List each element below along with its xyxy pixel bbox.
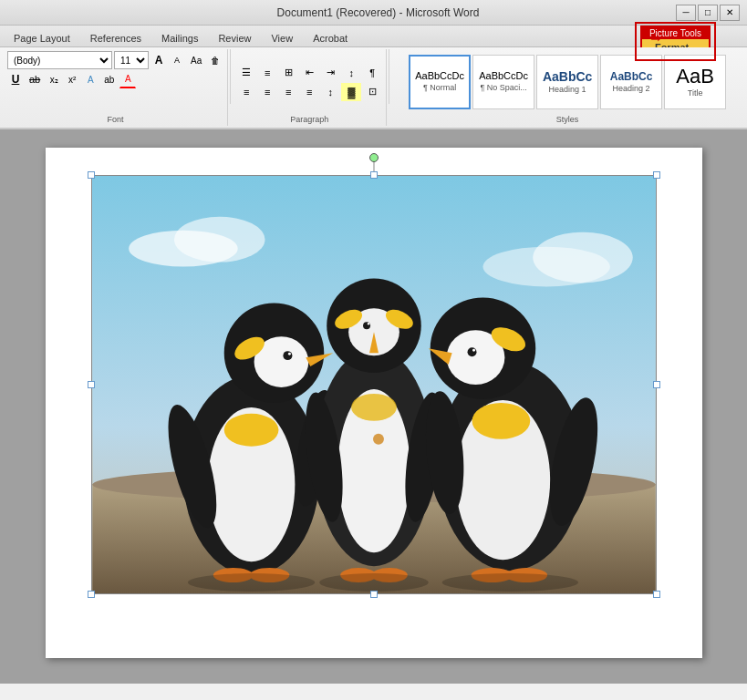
svg-point-15: [287, 353, 290, 355]
font-name-select[interactable]: (Body): [7, 51, 112, 69]
style-heading1[interactable]: AaBbCc Heading 1: [536, 55, 598, 109]
svg-point-4: [533, 232, 633, 283]
show-marks-btn[interactable]: ¶: [362, 64, 382, 82]
maximize-button[interactable]: □: [698, 5, 718, 21]
handle-bottom-right[interactable]: [653, 591, 660, 598]
tab-view[interactable]: View: [261, 28, 303, 46]
multilevel-btn[interactable]: ⊞: [278, 64, 298, 82]
rotate-handle[interactable]: [369, 153, 379, 162]
svg-point-9: [223, 414, 278, 447]
style-normal[interactable]: AaBbCcDc ¶ Normal: [409, 55, 471, 109]
font-group-label: Font: [4, 115, 227, 124]
tab-mailings[interactable]: Mailings: [151, 28, 208, 46]
align-left-btn[interactable]: ≡: [236, 83, 256, 101]
document-area: [0, 129, 747, 684]
increase-indent-btn[interactable]: ⇥: [320, 64, 340, 82]
sort-btn[interactable]: ↕: [341, 64, 361, 82]
title-bar: Document1 (Recovered) - Microsoft Word ─…: [0, 0, 747, 26]
svg-point-28: [373, 434, 384, 445]
style-title[interactable]: AaB Title: [664, 55, 726, 109]
borders-btn[interactable]: ⊡: [362, 83, 382, 101]
strikethrough-btn[interactable]: ab: [26, 70, 44, 88]
ribbon-toolbar: (Body) 11 A A Aa 🗑 U ab x₂ x² A ab A Fon…: [0, 47, 747, 129]
handle-top-left[interactable]: [88, 171, 95, 179]
font-style-row: U ab x₂ x² A ab A: [7, 70, 223, 88]
align-center-btn[interactable]: ≡: [257, 83, 277, 101]
ribbon-tabs-row: Page Layout References Mailings Review V…: [0, 26, 747, 47]
paragraph-group-label: Paragraph: [233, 115, 386, 124]
styles-group: AaBbCcDc ¶ Normal AaBbCcDc ¶ No Spaci...…: [391, 49, 743, 126]
svg-point-14: [283, 351, 292, 360]
handle-top-right[interactable]: [653, 171, 660, 179]
subscript-btn[interactable]: x₂: [46, 70, 62, 88]
numbering-btn[interactable]: ≡: [257, 64, 277, 82]
increase-font-btn[interactable]: A: [150, 51, 167, 69]
arrow-indicator: →: [648, 31, 663, 47]
align-right-btn[interactable]: ≡: [278, 83, 298, 101]
change-case-btn[interactable]: Aa: [187, 51, 205, 69]
font-size-select[interactable]: 11: [114, 51, 149, 69]
handle-bottom-left[interactable]: [88, 591, 95, 598]
highlight-btn[interactable]: ab: [100, 70, 118, 88]
font-group-inner: (Body) 11 A A Aa 🗑 U ab x₂ x² A ab A: [7, 51, 223, 99]
shading-btn[interactable]: ▓: [341, 83, 361, 101]
underline-btn[interactable]: U: [7, 70, 24, 88]
style-heading2-preview: AaBbCc: [610, 71, 653, 82]
handle-top-center[interactable]: [370, 171, 378, 179]
style-normal-label: ¶ Normal: [423, 83, 456, 93]
text-effects-btn[interactable]: A: [82, 70, 99, 88]
svg-point-49: [319, 573, 428, 592]
style-title-label: Title: [688, 88, 703, 98]
svg-point-2: [173, 217, 265, 262]
styles-group-label: Styles: [391, 115, 743, 124]
line-spacing-btn[interactable]: ↕: [320, 83, 340, 101]
clear-formatting-btn[interactable]: 🗑: [207, 51, 223, 69]
style-no-spacing-preview: AaBbCcDc: [479, 71, 528, 81]
tab-page-layout[interactable]: Page Layout: [4, 28, 80, 46]
svg-point-50: [441, 573, 577, 592]
penguin-svg: [92, 176, 656, 593]
handle-middle-right[interactable]: [653, 381, 660, 388]
styles-content: AaBbCcDc ¶ Normal AaBbCcDc ¶ No Spaci...…: [409, 51, 726, 122]
svg-point-48: [187, 573, 314, 592]
tab-acrobat[interactable]: Acrobat: [303, 28, 358, 46]
close-button[interactable]: ✕: [720, 5, 740, 21]
title-bar-controls[interactable]: ─ □ ✕: [676, 5, 740, 21]
paragraph-group: ☰ ≡ ⊞ ⇤ ⇥ ↕ ¶ ≡ ≡ ≡ ≡ ↕ ▓ ⊡: [233, 49, 387, 126]
handle-bottom-center[interactable]: [370, 591, 378, 598]
font-group: (Body) 11 A A Aa 🗑 U ab x₂ x² A ab A Fon…: [4, 49, 228, 126]
font-name-row: (Body) 11 A A Aa 🗑: [7, 51, 223, 69]
style-no-spacing[interactable]: AaBbCcDc ¶ No Spaci...: [472, 55, 534, 109]
image-container[interactable]: [91, 175, 657, 594]
svg-point-37: [472, 403, 530, 439]
superscript-btn[interactable]: x²: [64, 70, 80, 88]
justify-btn[interactable]: ≡: [299, 83, 319, 101]
style-heading1-preview: AaBbCc: [543, 70, 592, 83]
font-color-btn[interactable]: A: [119, 70, 136, 88]
handle-middle-left[interactable]: [88, 381, 95, 388]
style-heading2[interactable]: AaBbCc Heading 2: [600, 55, 662, 109]
title-bar-text: Document1 (Recovered) - Microsoft Word: [80, 6, 676, 19]
style-heading2-label: Heading 2: [613, 84, 650, 94]
svg-point-22: [351, 394, 397, 421]
style-normal-preview: AaBbCcDc: [415, 71, 464, 81]
minimize-button[interactable]: ─: [676, 5, 696, 21]
paragraph-group-content: ☰ ≡ ⊞ ⇤ ⇥ ↕ ¶ ≡ ≡ ≡ ≡ ↕ ▓ ⊡: [236, 51, 382, 124]
style-no-spacing-label: ¶ No Spaci...: [480, 83, 526, 93]
bullets-btn[interactable]: ☰: [236, 64, 256, 82]
decrease-indent-btn[interactable]: ⇤: [299, 64, 319, 82]
svg-point-30: [367, 323, 368, 324]
document-page: [46, 148, 702, 658]
decrease-font-btn[interactable]: A: [169, 51, 185, 69]
style-heading1-label: Heading 1: [549, 85, 586, 95]
style-title-preview: AaB: [676, 67, 714, 87]
tab-references[interactable]: References: [80, 28, 151, 46]
svg-point-42: [467, 347, 476, 356]
tab-review[interactable]: Review: [208, 28, 261, 46]
svg-point-43: [472, 349, 475, 352]
penguin-image[interactable]: [91, 175, 657, 594]
